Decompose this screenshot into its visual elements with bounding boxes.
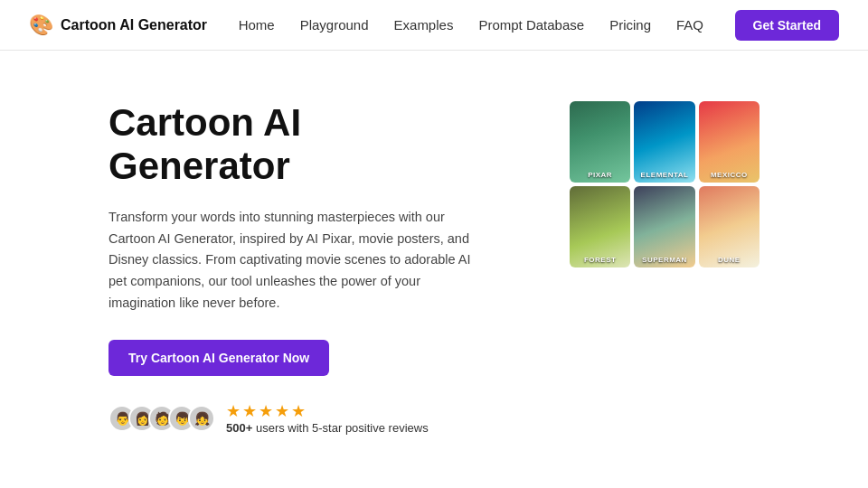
hero-grid-image: Forest <box>570 186 630 267</box>
hero-content: Cartoon AI Generator Transform your word… <box>108 101 488 435</box>
hero-grid-image: Elemental <box>634 101 694 183</box>
navbar: 🎨 Cartoon AI Generator HomePlaygroundExa… <box>0 0 868 51</box>
nav-link-pricing[interactable]: Pricing <box>609 17 651 33</box>
nav-link-playground[interactable]: Playground <box>300 17 369 33</box>
review-info: ★★★★★ 500+ users with 5-star positive re… <box>226 401 429 435</box>
hero-section: Cartoon AI Generator Transform your word… <box>0 51 868 471</box>
social-proof: 👨👩🧑👦👧 ★★★★★ 500+ users with 5-star posit… <box>108 401 488 435</box>
nav-link-faq[interactable]: FAQ <box>676 17 703 33</box>
try-example-section: TRY AN EXAMPLE Disney · PixarPIONAUTPixa… <box>0 471 868 488</box>
logo-icon: 🎨 <box>29 14 53 37</box>
star-rating: ★★★★★ <box>226 401 429 421</box>
avatar: 👧 <box>188 405 215 432</box>
logo-text: Cartoon AI Generator <box>61 17 207 33</box>
hero-grid-image-label: Pixar <box>570 171 630 179</box>
hero-title: Cartoon AI Generator <box>108 101 488 189</box>
hero-grid-image-label: Elemental <box>634 171 694 179</box>
hero-grid-image-label: Dune <box>699 256 760 264</box>
hero-description: Transform your words into stunning maste… <box>108 207 488 315</box>
hero-image-grid: PixarElementalMexiccoForestSupermanDune <box>570 101 760 267</box>
hero-grid-image-label: Forest <box>570 256 630 264</box>
avatar-group: 👨👩🧑👦👧 <box>108 405 215 432</box>
logo[interactable]: 🎨 Cartoon AI Generator <box>29 14 207 37</box>
review-text: 500+ users with 5-star positive reviews <box>226 421 429 435</box>
nav-link-prompt-database[interactable]: Prompt Database <box>478 17 584 33</box>
nav-link-examples[interactable]: Examples <box>394 17 454 33</box>
hero-grid-image: Dune <box>699 186 760 267</box>
preview-grid: PixarElementalMexiccoForestSupermanDune <box>570 101 760 267</box>
hero-grid-image: Mexicco <box>699 101 760 183</box>
nav-links: HomePlaygroundExamplesPrompt DatabasePri… <box>239 17 703 33</box>
hero-cta-button[interactable]: Try Cartoon AI Generator Now <box>108 340 329 376</box>
hero-grid-image: Pixar <box>570 101 630 183</box>
hero-grid-image-label: Superman <box>634 256 694 264</box>
hero-grid-image: Superman <box>634 186 694 267</box>
nav-link-home[interactable]: Home <box>239 17 275 33</box>
get-started-button[interactable]: Get Started <box>735 10 839 41</box>
hero-grid-image-label: Mexicco <box>699 171 760 179</box>
